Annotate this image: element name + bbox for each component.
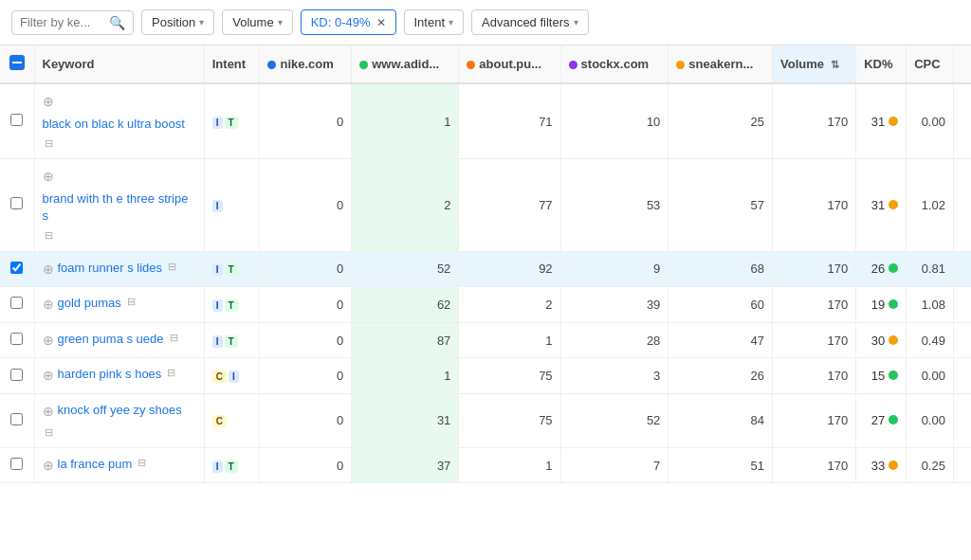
kd-dot-icon xyxy=(889,370,898,380)
expand-icon: ⊕ xyxy=(43,168,54,187)
database-icon: ⊟ xyxy=(170,331,178,345)
row-adidas-rank: 2 xyxy=(352,159,459,251)
select-all-minus-icon[interactable] xyxy=(9,55,25,70)
intent-filter-button[interactable]: Intent ▾ xyxy=(404,9,465,35)
row-checkbox[interactable] xyxy=(10,114,23,126)
row-sneakern-rank: 47 xyxy=(669,322,773,358)
kd-dot-icon xyxy=(889,415,898,425)
row-stockx-rank: 9 xyxy=(560,251,669,287)
position-filter-button[interactable]: Position ▾ xyxy=(141,9,214,35)
keyword-link[interactable]: ⊕brand with th e three stripe s⊟ xyxy=(43,167,196,243)
select-all-header[interactable] xyxy=(0,45,34,83)
keyword-text: la france pum xyxy=(58,456,133,473)
table-row: ⊕gold pumas⊟IT06223960170191.08 xyxy=(0,287,971,323)
expand-icon: ⊕ xyxy=(43,403,54,422)
row-intent-cell: IT xyxy=(204,287,260,323)
col-header-intent: Intent xyxy=(204,45,260,83)
kd-value: 26 xyxy=(871,262,885,276)
row-volume: 170 xyxy=(773,159,856,251)
row-checkbox[interactable] xyxy=(10,297,23,309)
row-intent-cell: I xyxy=(204,159,260,251)
nike-dot-icon xyxy=(267,61,276,69)
row-cpc: 1.02 xyxy=(907,159,954,251)
row-checkbox-cell[interactable] xyxy=(0,322,34,358)
col-header-kd: KD% xyxy=(856,45,907,83)
row-nike-rank: 0 xyxy=(260,287,352,323)
row-stockx-rank: 28 xyxy=(560,322,669,358)
advanced-filters-button[interactable]: Advanced filters ▾ xyxy=(471,9,589,35)
keyword-link[interactable]: ⊕foam runner s lides⊟ xyxy=(43,260,196,280)
row-about-rank: 75 xyxy=(459,393,560,447)
volume-chevron-icon: ▾ xyxy=(278,17,283,27)
toolbar: 🔍 Position ▾ Volume ▾ KD: 0-49% ✕ Intent… xyxy=(0,0,971,45)
row-volume: 170 xyxy=(773,358,856,394)
row-sneakern-rank: 26 xyxy=(669,358,773,394)
row-extra-cell xyxy=(953,287,971,323)
keyword-link[interactable]: ⊕gold pumas⊟ xyxy=(43,295,196,315)
database-icon: ⊟ xyxy=(45,425,53,440)
row-extra-cell xyxy=(953,251,971,287)
intent-badge-I: I xyxy=(212,461,223,473)
row-about-rank: 1 xyxy=(459,447,560,483)
row-about-rank: 77 xyxy=(459,159,560,251)
row-cpc: 1.08 xyxy=(907,287,954,323)
row-stockx-rank: 10 xyxy=(560,83,669,159)
row-checkbox-cell[interactable] xyxy=(0,358,34,394)
intent-badge-T: T xyxy=(225,299,238,312)
col-header-volume[interactable]: Volume ⇅ xyxy=(773,45,856,83)
row-cpc: 0.00 xyxy=(907,393,954,447)
row-checkbox-cell[interactable] xyxy=(0,159,34,251)
intent-chevron-icon: ▾ xyxy=(449,17,453,27)
row-checkbox[interactable] xyxy=(10,197,23,209)
row-checkbox-cell[interactable] xyxy=(0,287,34,323)
sneakern-dot-icon xyxy=(676,61,685,69)
intent-badge-I: I xyxy=(212,200,223,212)
kd-close-icon[interactable]: ✕ xyxy=(376,16,386,29)
keyword-link[interactable]: ⊕green puma s uede⊟ xyxy=(43,331,196,351)
row-checkbox-cell[interactable] xyxy=(0,83,34,159)
row-kd: 27 xyxy=(856,393,907,447)
keyword-link[interactable]: ⊕harden pink s hoes⊟ xyxy=(43,366,196,386)
col-header-keyword: Keyword xyxy=(34,45,204,83)
about-dot-icon xyxy=(467,61,475,69)
intent-badge-C: C xyxy=(212,370,227,383)
intent-badge-T: T xyxy=(225,263,238,276)
row-checkbox[interactable] xyxy=(10,458,23,470)
keyword-link[interactable]: ⊕knock off yee zy shoes⊟ xyxy=(43,402,196,440)
row-adidas-rank: 1 xyxy=(352,358,459,394)
row-about-rank: 75 xyxy=(459,358,560,394)
kd-value: 27 xyxy=(871,413,885,427)
kd-dot-icon xyxy=(889,200,898,209)
row-checkbox[interactable] xyxy=(10,413,23,425)
row-checkbox[interactable] xyxy=(10,369,23,381)
col-header-sneakern: sneakern... xyxy=(669,45,773,83)
row-about-rank: 92 xyxy=(459,251,560,287)
row-checkbox[interactable] xyxy=(10,262,23,274)
row-nike-rank: 0 xyxy=(260,393,352,447)
row-keyword-cell: ⊕black on blac k ultra boost⊟ xyxy=(34,83,204,159)
row-checkbox-cell[interactable] xyxy=(0,393,34,447)
keyword-link[interactable]: ⊕la france pum⊟ xyxy=(43,456,196,476)
database-icon: ⊟ xyxy=(167,366,175,380)
table-row: ⊕knock off yee zy shoes⊟C031755284170270… xyxy=(0,393,971,447)
search-input[interactable] xyxy=(20,15,105,29)
row-checkbox[interactable] xyxy=(10,333,23,345)
row-checkbox-cell[interactable] xyxy=(0,447,34,483)
keyword-link[interactable]: ⊕black on blac k ultra boost⊟ xyxy=(43,92,196,151)
kd-filter-button[interactable]: KD: 0-49% ✕ xyxy=(301,9,396,35)
row-about-rank: 71 xyxy=(459,83,560,159)
kd-value: 31 xyxy=(871,198,885,212)
filter-search-box[interactable]: 🔍 xyxy=(11,10,134,35)
volume-filter-button[interactable]: Volume ▾ xyxy=(222,9,292,35)
search-button[interactable]: 🔍 xyxy=(109,15,125,30)
intent-badge-I: I xyxy=(212,117,223,129)
intent-badge-I: I xyxy=(212,335,223,348)
row-stockx-rank: 39 xyxy=(560,287,669,323)
row-checkbox-cell[interactable] xyxy=(0,251,34,287)
volume-label: Volume xyxy=(232,15,273,29)
col-header-cpc: CPC xyxy=(907,45,954,83)
table-row: ⊕harden pink s hoes⊟CI0175326170150.00 xyxy=(0,358,971,394)
intent-badge-T: T xyxy=(225,335,238,348)
kd-value: 19 xyxy=(871,298,885,312)
advanced-filters-chevron-icon: ▾ xyxy=(574,17,578,27)
